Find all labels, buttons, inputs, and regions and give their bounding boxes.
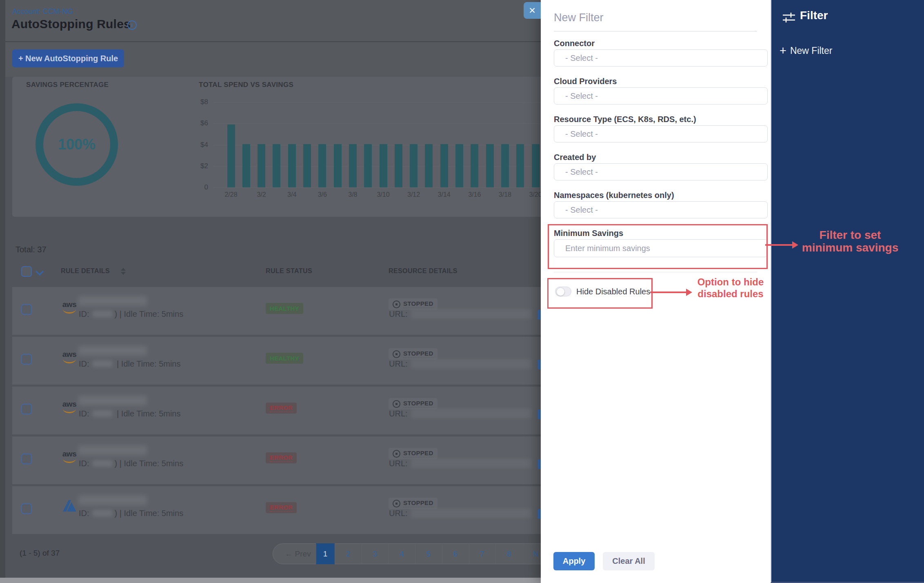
pagination-divider (388, 544, 389, 564)
breadcrumb-account[interactable]: Account: CCM-NG (12, 7, 73, 16)
bar-total-spend (364, 144, 372, 187)
savings-percentage-donut: 100% (36, 103, 118, 186)
filter-panel-title: Filter (800, 9, 828, 22)
connector-label: Connector (554, 39, 595, 48)
bar-total-spend (471, 144, 478, 187)
bar-total-spend (395, 144, 402, 187)
created-by-select[interactable]: - Select - (554, 163, 768, 180)
resource-state-chip[interactable]: STOPPED (389, 498, 438, 509)
row-checkbox[interactable] (21, 304, 32, 315)
bar-total-spend (380, 144, 387, 187)
bar-total-spend (425, 144, 433, 187)
pagination-page[interactable]: 3 (362, 544, 389, 564)
pagination-page[interactable]: 8 (495, 544, 522, 564)
apply-button[interactable]: Apply (553, 552, 595, 570)
rule-id-line: ID:) | Idle Time: 5mins (79, 459, 183, 468)
namespaces-select[interactable]: - Select - (554, 201, 768, 218)
annotation-arrowhead-minimum-savings (792, 241, 798, 249)
resource-state-chip[interactable]: STOPPED (389, 348, 438, 360)
select-all-checkbox[interactable] (21, 266, 32, 277)
bar-total-spend (455, 144, 463, 187)
rule-id-line: ID:) | Idle Time: 5mins (79, 309, 183, 319)
annotation-text-minimum-savings: Filter to set minimum savings (799, 229, 901, 254)
pagination-divider (316, 544, 316, 564)
redacted-rule-name (78, 445, 147, 455)
rule-status-badge: ERROR (266, 403, 297, 414)
cloud-providers-select[interactable]: - Select - (554, 87, 768, 105)
close-icon[interactable]: ✕ (524, 2, 541, 19)
pagination-page-active[interactable]: 1 (316, 543, 335, 564)
new-autostopping-rule-button[interactable]: + New AutoStopping Rule (12, 49, 124, 67)
table-row[interactable]: awsID: | Idle Time: 5minsERRORSTOPPEDURL… (12, 387, 547, 434)
connector-select[interactable]: - Select - (554, 49, 768, 67)
redacted-rule-name (78, 396, 147, 405)
drawer-section-divider (554, 272, 757, 272)
sort-icon[interactable] (121, 268, 126, 275)
redacted-rule-id (93, 311, 112, 317)
y-axis-tick-label: $4 (184, 141, 208, 149)
sliders-filter-icon (782, 11, 796, 24)
filter-side-panel: Filter + New Filter (771, 0, 924, 583)
aws-smile-arc (63, 308, 76, 314)
table-row[interactable]: awsID:) | Idle Time: 5minsHEALTHYSTOPPED… (12, 287, 547, 335)
bar-total-spend (242, 144, 250, 187)
drawer-title: New Filter (554, 11, 604, 24)
rule-id-line: ID: | Idle Time: 5mins (79, 359, 180, 369)
column-header-resource-details: RESOURCE DETAILS (389, 267, 458, 275)
row-checkbox[interactable] (21, 404, 32, 414)
aws-icon: aws (61, 401, 78, 413)
column-header-rule-details[interactable]: RULE DETAILS (61, 267, 110, 275)
resource-url-line: URL: (389, 458, 531, 468)
row-checkbox[interactable] (21, 503, 32, 514)
new-filter-label: New Filter (790, 45, 833, 56)
pagination-prev-button[interactable]: ← Prev (280, 544, 315, 564)
chart-gridline (213, 187, 547, 188)
chevron-down-icon[interactable] (36, 267, 44, 276)
clear-all-button[interactable]: Clear All (603, 552, 655, 570)
stopped-circle-icon (393, 300, 400, 308)
bar-total-spend (501, 144, 509, 187)
rule-id-line: ID:) | Idle Time: 5mins (79, 509, 183, 518)
pagination-page[interactable]: 4 (388, 544, 415, 564)
aws-icon: aws (61, 351, 78, 363)
x-axis-tick-label: 2/28 (217, 191, 245, 198)
pagination-page[interactable]: 2 (335, 544, 362, 564)
resource-state-chip[interactable]: STOPPED (389, 448, 438, 459)
pagination-range-label: (1 - 5) of 37 (20, 549, 60, 558)
pagination-page[interactable]: 6 (442, 544, 469, 564)
main-content-dimmed: Account: CCM-NG AutoStopping Rules i + N… (0, 0, 547, 583)
annotation-box-minimum-savings (548, 224, 768, 269)
pagination-divider (495, 544, 496, 564)
x-axis-tick-label: 3/4 (278, 191, 306, 198)
x-axis-tick-label: 3/12 (400, 191, 428, 198)
rule-status-badge: ERROR (266, 452, 297, 463)
stopped-circle-icon (393, 400, 400, 408)
x-axis-tick-label: 3/18 (491, 191, 519, 198)
pagination-page[interactable]: 7 (469, 544, 496, 564)
pagination-bar: ← Prev12345678N (273, 543, 551, 564)
pagination-page[interactable]: 5 (415, 544, 442, 564)
x-axis-tick-label: 3/14 (430, 191, 458, 198)
resource-type-select[interactable]: - Select - (554, 125, 768, 142)
pagination-divider (469, 544, 469, 564)
rule-status-badge: HEALTHY (266, 353, 303, 364)
resource-state-chip[interactable]: STOPPED (389, 298, 438, 310)
row-checkbox[interactable] (21, 354, 32, 365)
resource-state-chip[interactable]: STOPPED (389, 398, 438, 409)
redacted-url-value (411, 359, 531, 369)
row-checkbox[interactable] (21, 454, 32, 464)
redacted-rule-name (78, 495, 147, 505)
new-filter-button[interactable]: + New Filter (780, 45, 832, 57)
column-header-rule-status: RULE STATUS (266, 267, 312, 275)
x-axis-tick-label: 3/6 (308, 191, 337, 198)
table-row[interactable]: ID:) | Idle Time: 5minsERRORSTOPPEDURL: (12, 486, 547, 534)
azure-icon (62, 499, 77, 514)
resource-url-line: URL: (389, 359, 531, 369)
table-row[interactable]: awsID: | Idle Time: 5minsHEALTHYSTOPPEDU… (12, 337, 547, 385)
chart-gridline (213, 102, 547, 102)
bar-total-spend (349, 144, 357, 187)
info-icon[interactable]: i (127, 20, 137, 30)
redacted-rule-id (93, 460, 112, 467)
table-row[interactable]: awsID:) | Idle Time: 5minsERRORSTOPPEDUR… (12, 436, 547, 484)
y-axis-tick-label: $6 (184, 119, 208, 127)
